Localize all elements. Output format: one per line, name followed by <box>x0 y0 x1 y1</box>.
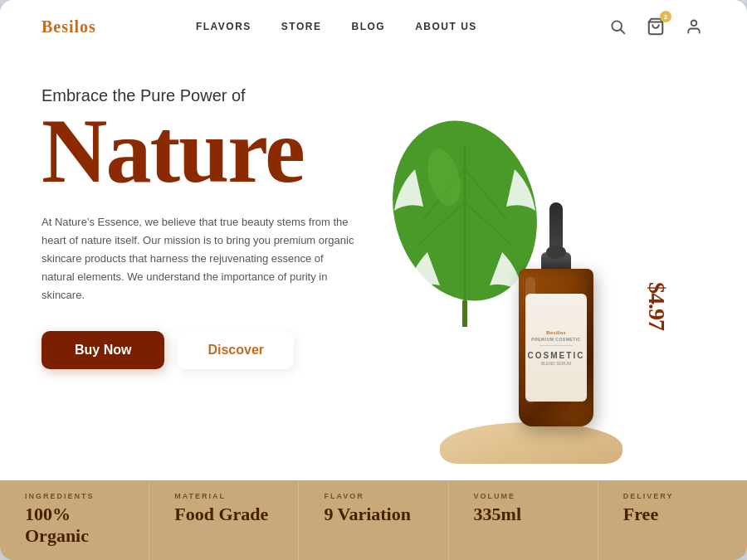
header-icons: 2 <box>606 15 706 38</box>
hero-left: Embrace the Pure Power of Nature At Natu… <box>42 78 357 464</box>
buy-now-button[interactable]: Buy Now <box>42 331 164 369</box>
search-button[interactable] <box>606 15 629 38</box>
label-brand: Besilos PREMIUM COSMETIC <box>531 329 580 343</box>
hero-section: Embrace the Pure Power of Nature At Natu… <box>0 53 747 480</box>
product-bottle: Besilos PREMIUM COSMETIC COSMETIC BLEND … <box>515 202 598 435</box>
hero-right: Besilos PREMIUM COSMETIC COSMETIC BLEND … <box>357 78 706 464</box>
stat-volume: VOLUME 335ml <box>449 480 598 560</box>
stat-delivery-value: Free <box>623 504 722 525</box>
stat-material: MATERIAL Food Grade <box>149 480 299 560</box>
page-wrapper: Besilos FLAVORS STORE BLOG ABOUT US 2 <box>0 0 747 560</box>
cart-badge: 2 <box>660 11 671 22</box>
stat-material-value: Food Grade <box>174 504 273 525</box>
label-subtitle: BLEND SERUM <box>541 361 571 366</box>
stat-flavor-value: 9 Variation <box>324 504 422 525</box>
svg-point-3 <box>691 21 697 27</box>
header: Besilos FLAVORS STORE BLOG ABOUT US 2 <box>0 0 747 53</box>
hero-title: Nature <box>42 105 357 197</box>
stat-ingredients-label: INGREDIENTS <box>25 492 124 500</box>
stats-bar: INGREDIENTS 100% Organic MATERIAL Food G… <box>0 480 747 560</box>
nav-flavors[interactable]: FLAVORS <box>196 21 251 32</box>
hero-buttons: Buy Now Discover <box>42 331 357 369</box>
cart-button[interactable]: 2 <box>644 15 667 38</box>
stat-flavor-label: FLAVOR <box>324 492 422 500</box>
nav-about[interactable]: ABOUT US <box>415 21 477 32</box>
stat-delivery: DELIVERY Free <box>598 480 747 560</box>
svg-line-1 <box>621 30 625 34</box>
bottle-dropper <box>549 202 563 252</box>
user-button[interactable] <box>682 15 706 38</box>
main-nav: FLAVORS STORE BLOG ABOUT US <box>196 21 477 32</box>
stat-flavor: FLAVOR 9 Variation <box>299 480 448 560</box>
stat-ingredients-value: 100% Organic <box>25 504 124 547</box>
bottle-label: Besilos PREMIUM COSMETIC COSMETIC BLEND … <box>525 294 587 402</box>
stat-delivery-label: DELIVERY <box>623 492 722 500</box>
label-type: COSMETIC <box>528 351 585 360</box>
stat-volume-value: 335ml <box>474 504 573 525</box>
nav-blog[interactable]: BLOG <box>351 21 385 32</box>
stat-ingredients: INGREDIENTS 100% Organic <box>0 480 149 560</box>
product-price: $4.97 <box>643 282 670 330</box>
nav-store[interactable]: STORE <box>281 21 322 32</box>
stat-volume-label: VOLUME <box>474 492 573 500</box>
stat-material-label: MATERIAL <box>174 492 273 500</box>
bottle-body: Besilos PREMIUM COSMETIC COSMETIC BLEND … <box>519 269 593 426</box>
logo: Besilos <box>42 17 96 37</box>
hero-description: At Nature's Essence, we believe that tru… <box>42 213 357 304</box>
discover-button[interactable]: Discover <box>178 331 294 369</box>
